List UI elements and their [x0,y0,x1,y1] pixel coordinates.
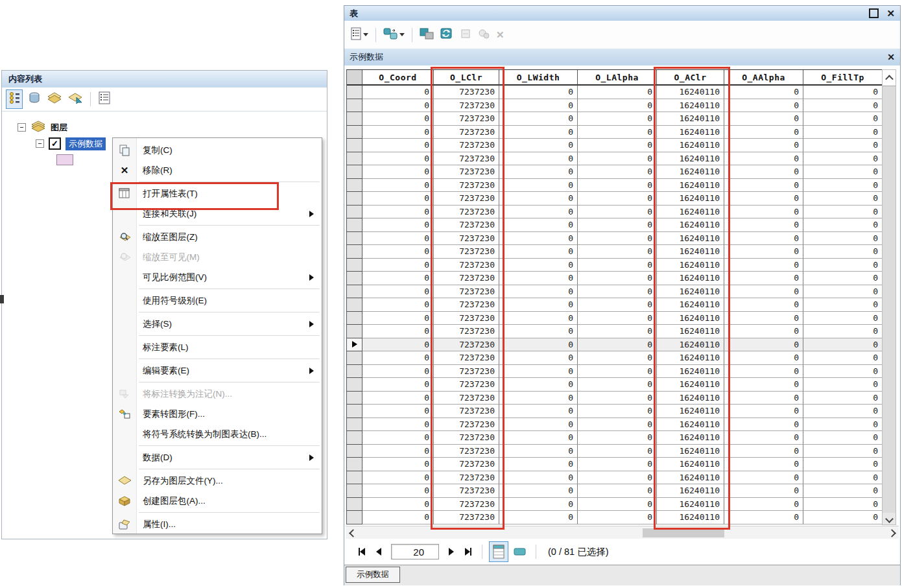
cell-O_LClr[interactable]: 7237230 [434,351,499,365]
cell-O_LWidth[interactable]: 0 [499,139,578,152]
cell-O_LClr[interactable]: 7237230 [434,471,499,485]
cell-O_LClr[interactable]: 7237230 [434,126,499,139]
cell-O_LClr[interactable]: 7237230 [434,298,499,312]
cell-O_AClr[interactable]: 16240110 [657,272,724,285]
cell-O_Coord[interactable]: 0 [362,165,434,179]
cell-O_LClr[interactable]: 7237230 [434,378,499,392]
cell-O_FillTp[interactable]: 0 [803,405,883,418]
show-selected-records-button[interactable] [511,542,529,561]
show-all-records-button[interactable] [489,541,508,562]
cell-O_AAlpha[interactable]: 0 [724,498,803,512]
cell-O_LWidth[interactable]: 0 [499,218,578,232]
cell-O_AAlpha[interactable]: 0 [724,272,803,285]
cell-O_LAlpha[interactable]: 0 [578,152,657,166]
cell-O_Coord[interactable]: 0 [362,285,434,299]
cell-O_AAlpha[interactable]: 0 [724,86,803,99]
cell-O_FillTp[interactable]: 0 [803,99,883,113]
row-selector[interactable] [347,431,362,445]
cell-O_LClr[interactable]: 7237230 [434,458,499,471]
cell-O_LAlpha[interactable]: 0 [578,86,657,99]
cell-O_Coord[interactable]: 0 [362,126,434,139]
cell-O_LAlpha[interactable]: 0 [578,431,657,445]
cell-O_Coord[interactable]: 0 [362,338,434,352]
cell-O_FillTp[interactable]: 0 [803,245,883,259]
cell-O_AClr[interactable]: 16240110 [657,206,724,219]
cell-O_Coord[interactable]: 0 [362,511,434,524]
cell-O_Coord[interactable]: 0 [362,218,434,232]
cell-O_AClr[interactable]: 16240110 [657,112,724,126]
cell-O_LAlpha[interactable]: 0 [578,351,657,365]
cell-O_AClr[interactable]: 16240110 [657,445,724,458]
row-selector[interactable] [347,484,362,498]
cell-O_LClr[interactable]: 7237230 [434,245,499,259]
cell-O_LClr[interactable]: 7237230 [434,312,499,325]
cell-O_AClr[interactable]: 16240110 [657,285,724,299]
cell-O_LClr[interactable]: 7237230 [434,325,499,338]
row-selector[interactable] [347,99,362,113]
cell-O_FillTp[interactable]: 0 [803,498,883,512]
cell-O_AAlpha[interactable]: 0 [724,126,803,139]
cell-O_Coord[interactable]: 0 [362,86,434,99]
column-header-O_Coord[interactable]: O_Coord [362,70,434,86]
cell-O_LWidth[interactable]: 0 [499,298,578,312]
cell-O_AClr[interactable]: 16240110 [657,511,724,524]
cell-O_Coord[interactable]: 0 [362,405,434,418]
cell-O_FillTp[interactable]: 0 [803,378,883,392]
cell-O_AClr[interactable]: 16240110 [657,99,724,113]
cell-O_LAlpha[interactable]: 0 [578,325,657,338]
table-options-button[interactable] [350,26,370,44]
cell-O_FillTp[interactable]: 0 [803,152,883,166]
menu-item-复制C[interactable]: 复制(C) [113,140,322,160]
cell-O_LWidth[interactable]: 0 [499,272,578,285]
cell-O_FillTp[interactable]: 0 [803,484,883,498]
cell-O_LAlpha[interactable]: 0 [578,206,657,219]
cell-O_AClr[interactable]: 16240110 [657,325,724,338]
cell-O_LAlpha[interactable]: 0 [578,498,657,512]
table-sheet-tab[interactable]: 示例数据 [346,567,400,583]
cell-O_Coord[interactable]: 0 [362,139,434,152]
cell-O_LClr[interactable]: 7237230 [434,484,499,498]
cell-O_LAlpha[interactable]: 0 [578,418,657,432]
cell-O_LClr[interactable]: 7237230 [434,86,499,99]
cell-O_LClr[interactable]: 7237230 [434,511,499,524]
row-selector[interactable] [347,378,362,392]
menu-item-编辑要素E[interactable]: 编辑要素(E) [113,360,322,381]
cell-O_AAlpha[interactable]: 0 [724,338,803,352]
list-by-source-button[interactable] [27,90,42,108]
cell-O_AAlpha[interactable]: 0 [724,298,803,312]
cell-O_LAlpha[interactable]: 0 [578,272,657,285]
cell-O_LWidth[interactable]: 0 [499,351,578,365]
cell-O_AClr[interactable]: 16240110 [657,392,724,405]
cell-O_LAlpha[interactable]: 0 [578,285,657,299]
cell-O_Coord[interactable]: 0 [362,232,434,246]
list-by-selection-button[interactable] [67,90,84,108]
cell-O_FillTp[interactable]: 0 [803,338,883,352]
cell-O_AClr[interactable]: 16240110 [657,232,724,246]
row-selector[interactable] [347,139,362,152]
row-selector[interactable] [347,259,362,272]
cell-O_FillTp[interactable]: 0 [803,139,883,152]
cell-O_LAlpha[interactable]: 0 [578,259,657,272]
cell-O_AClr[interactable]: 16240110 [657,259,724,272]
cell-O_FillTp[interactable]: 0 [803,165,883,179]
row-selector[interactable] [347,126,362,139]
menu-item-移除R[interactable]: ✕移除(R) [113,160,322,180]
cell-O_LWidth[interactable]: 0 [499,259,578,272]
cell-O_LAlpha[interactable]: 0 [578,99,657,113]
cell-O_Coord[interactable]: 0 [362,245,434,259]
cell-O_FillTp[interactable]: 0 [803,511,883,524]
row-selector[interactable] [347,511,362,524]
cell-O_LWidth[interactable]: 0 [499,511,578,524]
row-selector[interactable] [347,218,362,232]
cell-O_AAlpha[interactable]: 0 [724,139,803,152]
menu-item-可见比例范围V[interactable]: 可见比例范围(V) [113,267,322,287]
cell-O_LAlpha[interactable]: 0 [578,392,657,405]
layer-name-label[interactable]: 示例数据 [65,137,106,150]
cell-O_AClr[interactable]: 16240110 [657,484,724,498]
cell-O_LWidth[interactable]: 0 [499,418,578,432]
column-header-O_FillTp[interactable]: O_FillTp [803,70,883,86]
cell-O_LAlpha[interactable]: 0 [578,445,657,458]
cell-O_LWidth[interactable]: 0 [499,232,578,246]
cell-O_LWidth[interactable]: 0 [499,192,578,206]
cell-O_Coord[interactable]: 0 [362,484,434,498]
